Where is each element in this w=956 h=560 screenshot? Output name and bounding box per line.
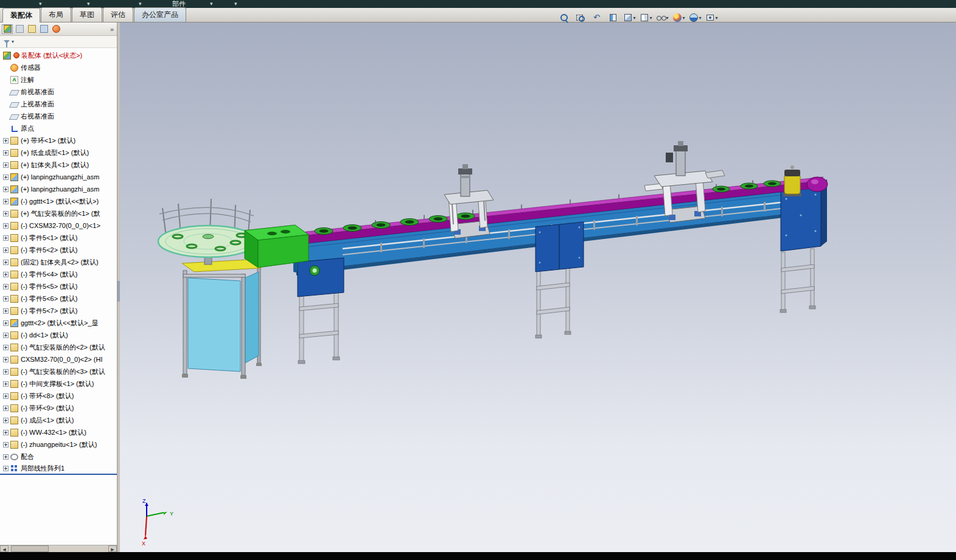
tree-item[interactable]: 上视基准面 — [0, 98, 117, 110]
expand-toggle[interactable] — [3, 247, 9, 253]
graphics-viewport[interactable]: Y X Z — [120, 22, 956, 552]
expand-toggle[interactable] — [3, 466, 9, 471]
expand-toggle[interactable] — [3, 296, 9, 302]
expand-toggle[interactable] — [3, 320, 9, 326]
expand-toggle[interactable] — [3, 162, 9, 168]
dropdown-arrow-icon[interactable]: ▾ — [699, 15, 701, 21]
tree-item[interactable]: (+) 缸体夹具<1> (默认) — [0, 159, 117, 171]
infeed-chute[interactable] — [245, 225, 309, 268]
expand-toggle[interactable] — [3, 260, 9, 265]
menu-dropdown-arrow-icon[interactable]: ▾ — [210, 0, 213, 8]
expand-toggle[interactable] — [3, 272, 9, 277]
expand-toggle[interactable] — [3, 333, 9, 338]
filter-dropdown-arrow-icon[interactable]: ▾ — [12, 39, 14, 44]
tree-item[interactable]: (+) lanpingzhuangzhi_asm — [0, 171, 117, 183]
tree-item[interactable]: 右视基准面 — [0, 110, 117, 122]
tree-item[interactable]: (+) 带环<1> (默认) — [0, 134, 117, 147]
expand-toggle[interactable] — [3, 175, 9, 180]
tree-item[interactable]: (-) 气缸安装板的的<3> (默认 — [0, 365, 117, 378]
tree-item[interactable]: ggttt<2> (默认<<默认>_显 — [0, 317, 117, 329]
expand-toggle[interactable] — [3, 211, 9, 216]
tree-item[interactable]: 传感器 — [0, 61, 117, 74]
zoom-to-fit-icon[interactable] — [557, 12, 571, 24]
expand-toggle[interactable] — [3, 418, 9, 423]
expand-toggle[interactable] — [3, 393, 9, 399]
tree-item[interactable]: (-) 带环<8> (默认) — [0, 390, 117, 402]
tree-item[interactable]: (固定) 缸体夹具<2> (默认) — [0, 256, 117, 268]
dimxpertmanager-tab-icon[interactable] — [38, 24, 49, 34]
tree-horizontal-scrollbar[interactable]: ◀ ▶ — [0, 545, 117, 552]
tab-assembly[interactable]: 装配体 — [2, 8, 40, 22]
hide-show-items-icon[interactable]: ▾ — [655, 12, 670, 24]
tree-item[interactable]: (-) zhuangpeitu<1> (默认) — [0, 438, 117, 451]
apply-scene-icon[interactable]: ▾ — [688, 12, 703, 24]
expand-toggle[interactable] — [3, 406, 9, 411]
tree-item[interactable]: (-) 气缸安装版的的<2> (默认 — [0, 341, 117, 353]
propertymanager-tab-icon[interactable] — [14, 24, 25, 34]
expand-toggle[interactable] — [3, 345, 9, 350]
tree-item[interactable]: 前视基准面 — [0, 86, 117, 98]
zoom-to-area-icon[interactable] — [573, 12, 588, 24]
dropdown-arrow-icon[interactable]: ▾ — [682, 15, 685, 21]
tree-item[interactable]: 装配体 (默认<状态>) — [0, 49, 117, 61]
edit-appearance-icon[interactable]: ▾ — [672, 12, 686, 24]
panel-overflow-chevron[interactable]: » — [110, 26, 115, 33]
expand-toggle[interactable] — [3, 150, 9, 156]
scroll-track[interactable] — [9, 545, 108, 552]
expand-toggle[interactable] — [3, 223, 9, 229]
end-motor[interactable] — [783, 165, 801, 196]
expand-toggle[interactable] — [3, 454, 9, 460]
expand-toggle[interactable] — [3, 235, 9, 241]
expand-toggle[interactable] — [3, 369, 9, 375]
featuremanager-tab-icon[interactable] — [2, 24, 13, 34]
tree-item[interactable]: 原点 — [0, 122, 117, 134]
tab-layout[interactable]: 布局 — [41, 7, 71, 22]
tree-item[interactable]: (-) 零件5<7> (默认) — [0, 305, 117, 317]
viewport-3d[interactable]: Y X Z — [120, 22, 956, 552]
previous-view-icon[interactable] — [590, 12, 604, 24]
tree-item[interactable]: (-) 零件5<4> (默认) — [0, 268, 117, 280]
tree-item[interactable]: (-) CXSM32-70(0_0_0)<1> — [0, 220, 117, 232]
dropdown-arrow-icon[interactable]: ▾ — [715, 15, 717, 21]
expand-toggle[interactable] — [3, 187, 9, 192]
view-orientation-icon[interactable]: ▾ — [623, 12, 637, 24]
tab-office-products[interactable]: 办公室产品 — [134, 7, 186, 22]
dropdown-arrow-icon[interactable]: ▾ — [649, 15, 652, 21]
tree-item[interactable]: (-) 成品<1> (默认) — [0, 414, 117, 426]
tree-item[interactable]: (+) lanpingzhuangzhi_asm — [0, 183, 117, 195]
dropdown-arrow-icon[interactable]: ▾ — [666, 15, 668, 21]
tab-evaluate[interactable]: 评估 — [103, 7, 133, 22]
expand-toggle[interactable] — [3, 199, 9, 204]
tree-item[interactable]: (-) WW-432<1> (默认) — [0, 426, 117, 438]
expand-toggle[interactable] — [3, 308, 9, 314]
tree-item[interactable]: (-) 零件5<1> (默认) — [0, 232, 117, 244]
tree-item[interactable]: 局部线性阵列1 — [0, 463, 117, 475]
expand-toggle[interactable] — [3, 357, 9, 362]
tree-item[interactable]: (-) 零件5<5> (默认) — [0, 280, 117, 292]
drive-unit-middle[interactable] — [536, 222, 584, 272]
tree-item[interactable]: (-) dd<1> (默认) — [0, 329, 117, 341]
expand-toggle[interactable] — [3, 430, 9, 435]
view-settings-icon[interactable]: ▾ — [705, 12, 719, 24]
tree-item[interactable]: (+) 纸盒成型<1> (默认) — [0, 147, 117, 159]
expand-toggle[interactable] — [3, 284, 9, 289]
configurationmanager-tab-icon[interactable] — [26, 24, 37, 34]
displaymanager-tab-icon[interactable] — [51, 24, 61, 34]
tree-item[interactable]: (-) 零件5<2> (默认) — [0, 244, 117, 256]
tree-item[interactable]: (-) 带环<9> (默认) — [0, 402, 117, 414]
scroll-right-button[interactable]: ▶ — [108, 545, 117, 552]
tab-sketch[interactable]: 草图 — [72, 7, 102, 22]
dropdown-arrow-icon[interactable]: ▾ — [633, 15, 635, 21]
tree-item[interactable]: CXSM32-70(0_0_0)<2> (HI — [0, 353, 117, 365]
tree-item[interactable]: 配合 — [0, 451, 117, 463]
expand-toggle[interactable] — [3, 138, 9, 143]
drive-unit-left[interactable] — [298, 258, 344, 297]
tree-item[interactable]: (-) ggttt<1> (默认<<默认>) — [0, 195, 117, 207]
expand-toggle[interactable] — [3, 442, 9, 448]
scroll-thumb[interactable] — [11, 545, 49, 552]
section-view-icon[interactable] — [606, 12, 621, 24]
tree-item[interactable]: 注解 — [0, 74, 117, 86]
tree-item[interactable]: (+) 气缸安装板的的<1> (默 — [0, 207, 117, 220]
menu-dropdown-arrow-icon[interactable]: ▾ — [234, 0, 237, 8]
tree-item[interactable]: (-) 零件5<6> (默认) — [0, 292, 117, 305]
